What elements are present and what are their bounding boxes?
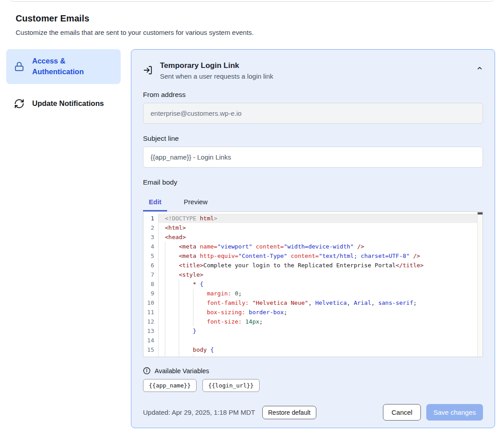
updated-timestamp: Updated: Apr 29, 2025, 1:18 PM MDT xyxy=(143,409,255,416)
variable-chip-login-url[interactable]: {{login_url}} xyxy=(202,379,260,392)
panel-subtitle: Sent when a user requests a login link xyxy=(160,72,273,80)
sidebar: Access & Authentication Update Notificat… xyxy=(6,49,121,115)
available-variables-label: Available Variables xyxy=(155,367,209,375)
collapse-button[interactable] xyxy=(476,65,483,72)
log-in-icon xyxy=(143,65,153,75)
cancel-button[interactable]: Cancel xyxy=(383,404,421,421)
sidebar-item-access-authentication[interactable]: Access & Authentication xyxy=(6,49,121,84)
email-settings-panel: Temporary Login Link Sent when a user re… xyxy=(131,49,495,428)
code-area: 1<!DOCTYPE html>2<html>3<head>4<meta nam… xyxy=(143,214,483,357)
editor-scrollbar[interactable] xyxy=(477,212,483,357)
page-subtitle: Customize the emails that are sent to yo… xyxy=(16,29,418,36)
chevron-up-icon xyxy=(476,65,483,72)
save-changes-button[interactable]: Save changes xyxy=(426,404,483,421)
sidebar-item-update-notifications[interactable]: Update Notifications xyxy=(6,93,121,115)
refresh-icon xyxy=(14,98,25,109)
panel-header: Temporary Login Link Sent when a user re… xyxy=(143,61,483,80)
info-icon xyxy=(143,367,151,375)
panel-header-text: Temporary Login Link Sent when a user re… xyxy=(160,61,273,80)
sidebar-item-label: Update Notifications xyxy=(32,98,104,109)
page-title: Customer Emails xyxy=(16,13,418,24)
subject-line-label: Subject line xyxy=(143,135,483,143)
email-body-tabs: Edit Preview xyxy=(143,194,483,211)
customer-emails-page: Customer Emails Customize the emails tha… xyxy=(0,0,504,438)
panel-title: Temporary Login Link xyxy=(160,61,273,70)
lock-icon xyxy=(14,61,25,72)
restore-default-button[interactable]: Restore default xyxy=(262,406,316,419)
variable-chips: {{app_name}} {{login_url}} xyxy=(143,379,483,392)
from-address-label: From address xyxy=(143,91,483,99)
panel-footer: Updated: Apr 29, 2025, 1:18 PM MDT Resto… xyxy=(143,404,483,421)
available-variables-header: Available Variables xyxy=(143,367,483,375)
page-header: Customer Emails Customize the emails tha… xyxy=(16,13,418,36)
previous-card-edge xyxy=(9,0,495,2)
from-address-input xyxy=(143,103,483,124)
sidebar-item-label: Access & Authentication xyxy=(32,56,113,77)
code-editor[interactable]: 1<!DOCTYPE html>2<html>3<head>4<meta nam… xyxy=(143,211,483,357)
tab-preview[interactable]: Preview xyxy=(178,194,213,211)
tab-edit[interactable]: Edit xyxy=(143,194,167,211)
scrollbar-thumb[interactable] xyxy=(478,212,483,215)
subject-line-input[interactable] xyxy=(143,147,483,168)
variable-chip-app-name[interactable]: {{app_name}} xyxy=(143,379,197,392)
email-body-label: Email body xyxy=(143,178,483,186)
